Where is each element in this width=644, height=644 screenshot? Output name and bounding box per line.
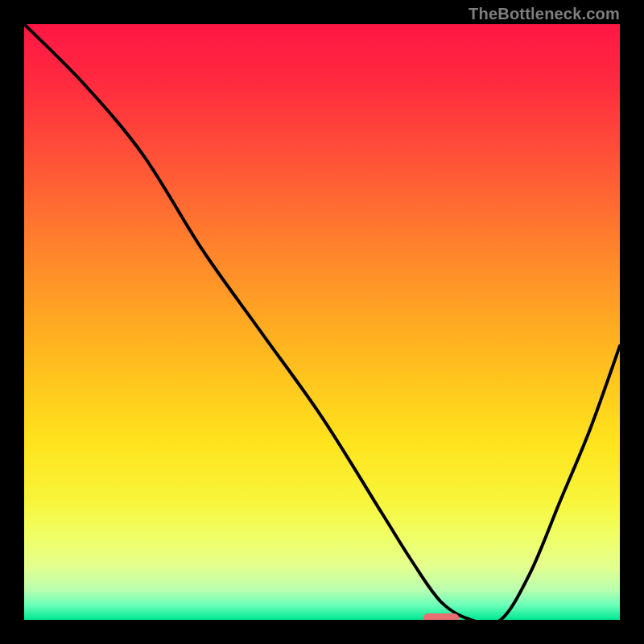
- gradient-background: [24, 24, 620, 620]
- watermark-text: TheBottleneck.com: [469, 5, 620, 23]
- chart-frame: TheBottleneck.com: [0, 0, 644, 644]
- optimal-marker: [423, 613, 459, 620]
- chart-plot: [24, 24, 620, 620]
